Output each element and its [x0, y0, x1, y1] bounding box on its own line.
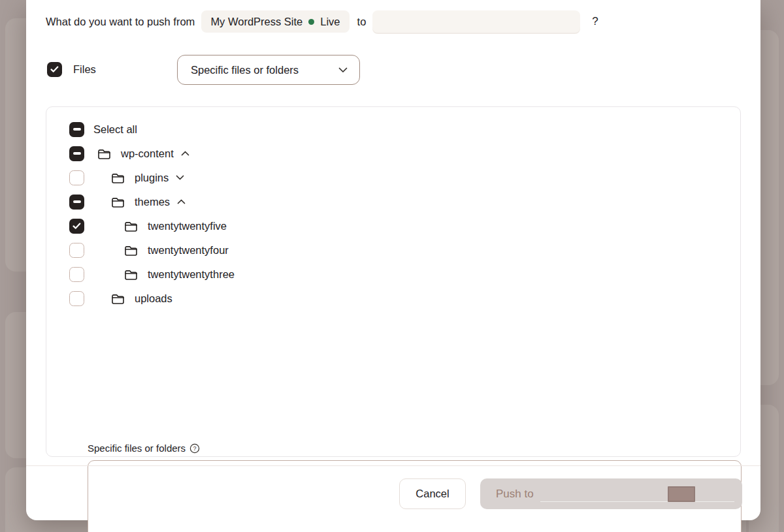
toggle-themes[interactable]	[177, 199, 186, 204]
checkbox-twentytwentythree[interactable]	[69, 267, 84, 282]
to-label: to	[357, 16, 367, 28]
checkbox-plugins[interactable]	[69, 170, 84, 185]
files-mode-select[interactable]: Specific files or folders	[177, 55, 360, 85]
indeterminate-dash-icon	[73, 200, 81, 203]
checkbox-twentytwentyfour[interactable]	[69, 243, 84, 258]
folder-icon	[110, 171, 125, 185]
tree-item-label: themes	[135, 196, 170, 208]
folder-icon	[97, 147, 112, 161]
push-environment-dialog: What do you want to push from My WordPre…	[26, 0, 760, 520]
help-question-mark[interactable]: ?	[592, 15, 598, 28]
tree-row-twentytwentyfive: twentytwentyfive	[69, 218, 227, 234]
footer-divider	[26, 465, 760, 466]
tree-item-label: twentytwentyfour	[148, 244, 229, 257]
chevron-up-icon	[177, 199, 186, 204]
tree-item-label: plugins	[135, 172, 169, 184]
cancel-button[interactable]: Cancel	[399, 478, 466, 509]
tree-row-twentytwentythree: twentytwentythree	[69, 266, 235, 282]
folder-icon	[123, 243, 139, 257]
svg-text:?: ?	[193, 445, 197, 452]
tree-row-select-all: Select all	[69, 121, 137, 137]
source-environment-badge: My WordPress Site Live	[201, 10, 349, 33]
live-status-dot-icon	[308, 19, 314, 25]
folder-icon	[123, 268, 139, 281]
files-checkbox[interactable]	[47, 62, 62, 77]
checkbox-themes[interactable]	[69, 195, 84, 210]
tree-item-label: uploads	[135, 292, 172, 305]
push-target-environment-redacted	[668, 486, 695, 502]
tree-item-label: wp-content	[121, 148, 174, 160]
check-icon	[50, 66, 59, 73]
source-site-name: My WordPress Site	[210, 16, 302, 28]
push-question-text: What do you want to push from	[46, 16, 195, 28]
specific-files-label: Specific files or folders	[88, 443, 186, 454]
checkbox-select-all[interactable]	[69, 122, 84, 137]
push-question-row: What do you want to push from My WordPre…	[46, 10, 598, 33]
push-target-underline	[540, 501, 734, 502]
specific-files-label-row: Specific files or folders ?	[88, 443, 200, 454]
chevron-down-icon	[176, 175, 184, 180]
checkbox-twentytwentyfive[interactable]	[69, 219, 84, 234]
tree-row-uploads: uploads	[69, 290, 172, 306]
files-checkbox-row: Files	[47, 62, 96, 77]
tree-row-plugins: plugins	[69, 170, 184, 185]
tree-item-label: twentytwentythree	[148, 268, 235, 281]
files-mode-selected-value: Specific files or folders	[191, 64, 299, 76]
tree-row-themes: themes	[69, 194, 186, 210]
checkbox-wp-content[interactable]	[69, 146, 84, 161]
chevron-up-icon	[181, 151, 189, 156]
help-circle-icon[interactable]: ?	[189, 443, 200, 454]
folder-icon	[110, 292, 125, 305]
folder-icon	[123, 219, 139, 233]
folder-icon	[110, 195, 125, 209]
toggle-plugins[interactable]	[176, 175, 184, 180]
target-environment-badge	[372, 10, 580, 33]
tree-item-label: Select all	[93, 123, 137, 136]
tree-row-wp-content: wp-content	[69, 146, 189, 161]
indeterminate-dash-icon	[73, 152, 81, 155]
chevron-down-icon	[338, 67, 348, 73]
source-environment-name: Live	[320, 16, 340, 28]
indeterminate-dash-icon	[73, 128, 81, 131]
push-to-button-label: Push to	[496, 488, 534, 501]
toggle-wp-content[interactable]	[181, 151, 189, 156]
checkbox-uploads[interactable]	[69, 291, 84, 306]
check-icon	[73, 223, 81, 230]
push-to-button[interactable]: Push to	[480, 478, 742, 509]
files-checkbox-label: Files	[73, 63, 96, 76]
tree-item-label: twentytwentyfive	[148, 220, 227, 232]
tree-row-twentytwentyfour: twentytwentyfour	[69, 242, 229, 258]
file-tree-panel: Select allwp-contentpluginsthemestwentyt…	[46, 106, 741, 457]
